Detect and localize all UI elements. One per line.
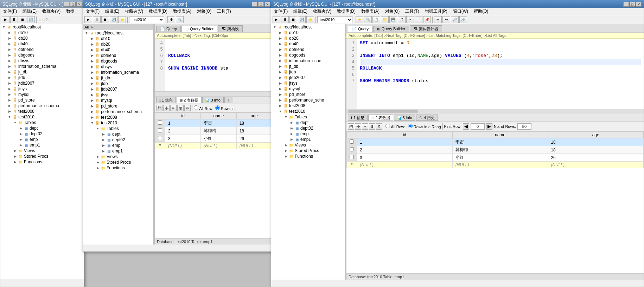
win3-minimize[interactable]: _ (623, 2, 629, 7)
win2-tb6[interactable]: ⚙ (167, 16, 175, 23)
win3-tree-jtsys[interactable]: ▶🗄jtsys (277, 80, 345, 86)
win1-maximize[interactable]: □ (70, 2, 76, 7)
table-row[interactable]: 1 李雷 18 (347, 138, 644, 146)
win3-tb3[interactable]: ⏹ (289, 16, 297, 23)
win2-rtb5[interactable]: ⚙ (184, 105, 191, 111)
win2-rtb3[interactable]: ✏ (170, 105, 177, 111)
win2-tree-jtdb[interactable]: ▶🗄jt_db (89, 75, 153, 81)
win2-th-id[interactable]: id (165, 113, 201, 119)
win2-row3-age[interactable]: 26 (236, 135, 272, 143)
win1-tree-db40[interactable]: ▶🗄db40 (6, 41, 84, 47)
win3-tree-pdstore[interactable]: ▶🗄pd_store (277, 92, 345, 97)
win3-db-selector[interactable]: test2010 (317, 16, 352, 23)
win3-tree-db20[interactable]: ▶🗄db20 (277, 35, 345, 41)
win2-code-content[interactable]: ROLLBACK SHOW ENGINE INNODB sta (165, 39, 272, 91)
win3-tree-root[interactable]: ▼ 🖥 root@localhost (271, 24, 345, 30)
win2-tree-db20[interactable]: ▶🗄db20 (89, 41, 153, 47)
win3-first-row-prev[interactable]: ◀ (463, 123, 469, 130)
win3-tree-mysql[interactable]: ▶🗄mysql (277, 86, 345, 92)
win1-tree-emp1[interactable]: ▶▦emp1 (17, 142, 84, 148)
win1-tree-jtsys[interactable]: ▶🗄jtsys (6, 86, 84, 92)
win1-tree-pdstore[interactable]: ▶🗄pd_store (6, 97, 84, 103)
win3-hscroll[interactable] (346, 109, 644, 114)
win3-hscroll-bar[interactable] (348, 110, 418, 113)
win3-result-tab-info[interactable]: ℹ 1 信息 (348, 115, 368, 121)
win1-tree-views[interactable]: ▶📁Views (12, 148, 84, 154)
win3-rtb3[interactable]: ✏ (362, 123, 368, 130)
win3-row3-name[interactable]: 小红 (452, 154, 548, 162)
win3-row2-id[interactable]: 2 (357, 146, 453, 154)
win1-tree-test2008[interactable]: ▶🗄test2008 (6, 109, 84, 114)
win2-tab-querybuilder[interactable]: ⊞ Query Builder (181, 26, 217, 32)
win3-tree-storedprocs[interactable]: ▶📁Stored Procs (282, 148, 345, 154)
win1-tree-storedprocs[interactable]: ▶📁Stored Procs (12, 154, 84, 159)
win2-row3-cb[interactable] (158, 136, 162, 140)
win2-tree-emp[interactable]: ▶▦emp (100, 143, 153, 148)
table-row[interactable]: * (NULL) (NULL) (NULL) (155, 143, 272, 149)
win2-menu-db[interactable]: 数据库(D) (147, 8, 169, 14)
win1-tree-test2010[interactable]: ▼ 🗄test2010 (6, 114, 84, 120)
win1-tree-dbsys[interactable]: ▶🗄dbsys (6, 58, 84, 64)
win2-tb4[interactable]: 🔄 (110, 16, 117, 23)
win2-tree-db40[interactable]: ▶🗄db40 (89, 47, 153, 53)
win1-tree-functions[interactable]: ▶📁Functions (12, 159, 84, 165)
win3-code-content[interactable]: SET autocommit = 0 INSERT INTO emp1 (id,… (357, 39, 644, 109)
win3-tb7[interactable]: 🔍 (364, 16, 372, 23)
win1-close[interactable]: ✕ (76, 2, 82, 7)
win3-tree-db10[interactable]: ▶🗄db10 (277, 30, 345, 35)
win3-result-tab-tabledata[interactable]: ⊞ 2 表数据 (368, 115, 393, 121)
win2-th-name[interactable]: name (201, 113, 236, 119)
win2-menu-file[interactable]: 文件(F) (84, 8, 101, 14)
win1-tree-jtdb[interactable]: ▶🗄jt_db (6, 69, 84, 75)
win1-tree-perfschema[interactable]: ▶🗄performance_schema (6, 103, 84, 109)
win1-tree-dbfriend[interactable]: ▶🗄dbfriend (6, 47, 84, 52)
win2-result-tab-tabledata[interactable]: ⊞ 2 表数据 (177, 97, 202, 103)
win3-tree-test2008[interactable]: ▶🗄test2008 (277, 103, 345, 109)
win2-tree-jtdb2007[interactable]: ▶🗄jtdb2007 (89, 86, 153, 92)
win3-tree-jtdb2[interactable]: ▶🗄jtdb (277, 69, 345, 75)
win2-tree-db10[interactable]: ▶🗄db10 (89, 36, 153, 41)
win2-row3-id[interactable]: 3 (165, 135, 201, 143)
win3-all-row-radio[interactable] (385, 124, 390, 128)
win2-tree-mysql[interactable]: ▶🗄mysql (89, 98, 153, 103)
win2-menu-table[interactable]: 数据表(A) (172, 8, 193, 14)
win2-maximize[interactable]: □ (258, 2, 264, 7)
win3-rowstar-id[interactable]: (NULL) (357, 162, 453, 168)
win2-tree-jtdb2[interactable]: ▶🗄jtdb (89, 81, 153, 86)
win2-tree-dbgoods[interactable]: ▶🗄dbgoods (89, 58, 153, 64)
win3-tree-perfschema[interactable]: ▶🗄performance_sche (277, 97, 345, 103)
win1-tree-root[interactable]: ▼ 🖥 root@localhost (0, 24, 84, 30)
win1-tree-db10[interactable]: ▶🗄db10 (6, 30, 84, 35)
win1-menu-file[interactable]: 文件(F) (2, 8, 18, 14)
win3-tb16[interactable]: ↪ (442, 16, 450, 23)
win3-tree-dept02[interactable]: ▶▦dept02 (288, 125, 345, 131)
table-row[interactable]: 2 韩梅梅 18 (347, 146, 644, 154)
win2-row2-id[interactable]: 2 (165, 127, 201, 135)
win2-hscroll[interactable] (155, 91, 272, 96)
win2-row1-name[interactable]: 李雷 (201, 119, 236, 127)
win1-tree-db20[interactable]: ▶🗄db20 (6, 35, 84, 41)
win3-tree-functions[interactable]: ▶📁Functions (282, 154, 345, 159)
win3-menu-tools[interactable]: 工具(T) (404, 8, 420, 14)
win3-tb11[interactable]: 🖨 (398, 16, 406, 23)
win2-editor[interactable]: 4 5 6 7 8 ROLLBACK SHOW ENGINE INNODB st… (155, 39, 272, 91)
win3-row2-name[interactable]: 韩梅梅 (452, 146, 548, 154)
win1-toolbar-btn4[interactable]: 🔄 (27, 16, 35, 23)
table-row[interactable]: * (NULL) (NULL) (NULL) (347, 162, 644, 168)
win2-all-row-radio[interactable] (194, 105, 198, 110)
win3-result-tab-3info[interactable]: 📊 3 Info (394, 115, 415, 121)
win3-tb2[interactable]: ⏸ (281, 16, 289, 23)
win3-tab-schema[interactable]: 🏗 架构设计器 (410, 25, 442, 32)
win1-toolbar-btn3[interactable]: ⏹ (19, 16, 26, 23)
win3-tb4[interactable]: 🔄 (298, 16, 306, 23)
win2-rtb4[interactable]: 🗑 (177, 105, 184, 111)
win3-tb1[interactable]: ▶ (273, 16, 280, 23)
win3-menu-window[interactable]: 窗口(W) (452, 8, 470, 14)
win3-tb18[interactable]: 🔗 (459, 16, 467, 23)
win3-row1-id[interactable]: 1 (357, 138, 453, 146)
win2-result-tab-t[interactable]: T (224, 97, 233, 103)
win1-minimize[interactable]: _ (64, 2, 69, 7)
win2-menu-edit[interactable]: 编辑(E) (104, 8, 121, 14)
win3-row2-cb[interactable] (350, 147, 354, 151)
win3-tb6[interactable]: ⚡ (356, 16, 363, 23)
